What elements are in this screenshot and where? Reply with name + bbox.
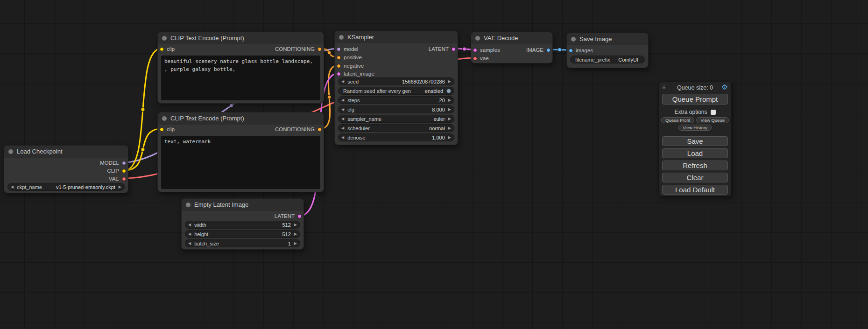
slot-label: IMAGE — [526, 47, 543, 53]
widget-value: enabled — [425, 88, 443, 94]
scheduler-widget[interactable]: ◀ scheduler normal ▶ — [338, 124, 454, 132]
load-default-button[interactable]: Load Default — [662, 185, 728, 195]
cfg-widget[interactable]: ◀ cfg 8.000 ▶ — [338, 105, 454, 113]
input-slot-negative: negative — [335, 62, 458, 70]
queue-panel[interactable]: ⠿ Queue size: 0 ⚙ Queue Prompt Extra opt… — [658, 82, 732, 196]
negative-input-dot[interactable] — [337, 64, 341, 68]
increment-arrow-icon[interactable]: ▶ — [119, 185, 121, 189]
node-load-checkpoint[interactable]: Load Checkpoint MODEL CLIP VAE ◀ ckpt_na… — [4, 145, 128, 193]
increment-arrow-icon[interactable]: ▶ — [294, 232, 297, 236]
input-slot-vae: vae — [471, 54, 552, 63]
batch-size-widget[interactable]: ◀ batch_size 1 ▶ — [185, 239, 300, 247]
clear-button[interactable]: Clear — [662, 173, 728, 182]
node-clip-text-encode-negative[interactable]: CLIP Text Encode (Prompt) clip CONDITION… — [157, 112, 324, 192]
denoise-widget[interactable]: ◀ denoise 1.000 ▶ — [338, 133, 454, 141]
width-widget[interactable]: ◀ width 512 ▶ — [185, 221, 300, 229]
node-title-bar[interactable]: VAE Decode — [471, 32, 552, 44]
model-output-dot[interactable] — [122, 161, 126, 165]
slot-label: clip — [167, 126, 175, 132]
node-title-bar[interactable]: KSampler — [335, 31, 458, 43]
decrement-arrow-icon[interactable]: ◀ — [341, 108, 344, 112]
latent-image-input-dot[interactable] — [337, 72, 341, 76]
node-title-bar[interactable]: Empty Latent Image — [182, 199, 303, 211]
conditioning-output-dot[interactable] — [318, 127, 322, 132]
refresh-button[interactable]: Refresh — [662, 161, 728, 170]
node-empty-latent-image[interactable]: Empty Latent Image LATENT ◀ width 512 ▶ … — [181, 198, 304, 250]
collapse-dot[interactable] — [339, 35, 344, 40]
link-midpoint-dot — [327, 51, 331, 55]
node-title-bar[interactable]: Load Checkpoint — [4, 146, 128, 158]
increment-arrow-icon[interactable]: ▶ — [448, 108, 451, 112]
clip-output-dot[interactable] — [122, 169, 126, 173]
increment-arrow-icon[interactable]: ▶ — [448, 80, 451, 84]
queue-front-button[interactable]: Queue Front — [661, 117, 694, 123]
latent-output-dot[interactable] — [452, 47, 456, 51]
increment-arrow-icon[interactable]: ▶ — [294, 223, 297, 227]
model-input-dot[interactable] — [337, 47, 341, 51]
decrement-arrow-icon[interactable]: ◀ — [341, 136, 344, 140]
settings-gear-icon[interactable]: ⚙ — [722, 82, 728, 93]
widget-value: 1.000 — [432, 135, 445, 140]
height-widget[interactable]: ◀ height 512 ▶ — [185, 230, 300, 238]
decrement-arrow-icon[interactable]: ◀ — [188, 232, 191, 236]
increment-arrow-icon[interactable]: ▶ — [294, 242, 297, 245]
clip-input-dot[interactable] — [160, 47, 164, 51]
increment-arrow-icon[interactable]: ▶ — [448, 136, 451, 140]
decrement-arrow-icon[interactable]: ◀ — [341, 126, 344, 130]
node-title-bar[interactable]: CLIP Text Encode (Prompt) — [158, 112, 324, 125]
node-clip-text-encode-positive[interactable]: CLIP Text Encode (Prompt) clip CONDITION… — [157, 32, 324, 104]
decrement-arrow-icon[interactable]: ◀ — [341, 98, 344, 102]
view-history-button[interactable]: View History — [678, 125, 712, 131]
seed-widget[interactable]: ◀ seed 156680208700286 ▶ — [338, 77, 454, 85]
conditioning-output-dot[interactable] — [318, 47, 322, 51]
latent-output-dot[interactable] — [297, 214, 302, 218]
save-button[interactable]: Save — [662, 136, 728, 146]
increment-arrow-icon[interactable]: ▶ — [448, 98, 451, 102]
image-output-dot[interactable] — [546, 48, 550, 52]
toggle-knob[interactable] — [446, 89, 451, 93]
samples-input-dot[interactable] — [473, 48, 477, 52]
decrement-arrow-icon[interactable]: ◀ — [341, 117, 344, 121]
decrement-arrow-icon[interactable]: ◀ — [11, 185, 14, 189]
widget-label: cfg — [347, 107, 432, 112]
negative-prompt-textarea[interactable]: text, watermark — [161, 136, 320, 189]
collapse-dot[interactable] — [162, 116, 167, 121]
extra-options-checkbox[interactable] — [711, 110, 716, 115]
node-title-bar[interactable]: CLIP Text Encode (Prompt) — [158, 32, 324, 44]
node-ksampler[interactable]: KSampler model LATENT positive negative … — [334, 31, 458, 145]
vae-input-dot[interactable] — [473, 56, 477, 61]
drag-handle-icon[interactable]: ⠿ — [662, 82, 666, 93]
decrement-arrow-icon[interactable]: ◀ — [188, 223, 191, 227]
steps-widget[interactable]: ◀ steps 20 ▶ — [338, 96, 454, 104]
node-title-bar[interactable]: Save Image — [567, 33, 648, 45]
sampler-name-widget[interactable]: ◀ sampler_name euler ▶ — [338, 115, 454, 123]
queue-prompt-button[interactable]: Queue Prompt — [662, 94, 728, 105]
collapse-dot[interactable] — [571, 37, 576, 42]
decrement-arrow-icon[interactable]: ◀ — [341, 80, 344, 84]
load-button[interactable]: Load — [662, 148, 728, 158]
widget-label: filename_prefix — [575, 57, 618, 63]
slot-label: MODEL — [100, 160, 119, 166]
filename-prefix-widget[interactable]: filename_prefix ComfyUI — [570, 56, 645, 63]
positive-input-dot[interactable] — [337, 56, 341, 60]
images-input-dot[interactable] — [569, 49, 573, 53]
vae-output-dot[interactable] — [122, 177, 126, 181]
widget-value: 156680208700286 — [402, 79, 445, 84]
increment-arrow-icon[interactable]: ▶ — [448, 117, 451, 121]
positive-prompt-textarea[interactable]: beautiful scenery nature glass bottle la… — [161, 56, 320, 100]
ckpt-name-widget[interactable]: ◀ ckpt_name v1-5-pruned-emaonly.ckpt ▶ — [7, 183, 125, 191]
collapse-dot[interactable] — [475, 36, 480, 41]
link-midpoint-dot — [230, 104, 233, 107]
node-canvas[interactable]: Load Checkpoint MODEL CLIP VAE ◀ ckpt_na… — [0, 0, 868, 329]
decrement-arrow-icon[interactable]: ◀ — [188, 242, 191, 245]
view-queue-button[interactable]: View Queue — [696, 117, 729, 123]
random-seed-toggle-widget[interactable]: Random seed after every gen enabled — [338, 87, 454, 95]
clip-input-dot[interactable] — [160, 127, 164, 132]
increment-arrow-icon[interactable]: ▶ — [448, 126, 451, 130]
node-save-image[interactable]: Save Image images filename_prefix ComfyU… — [566, 33, 649, 68]
collapse-dot[interactable] — [186, 203, 191, 207]
node-vae-decode[interactable]: VAE Decode samples IMAGE vae — [471, 32, 553, 63]
collapse-dot[interactable] — [8, 149, 13, 154]
collapse-dot[interactable] — [162, 36, 167, 41]
widget-value: 512 — [282, 222, 290, 228]
